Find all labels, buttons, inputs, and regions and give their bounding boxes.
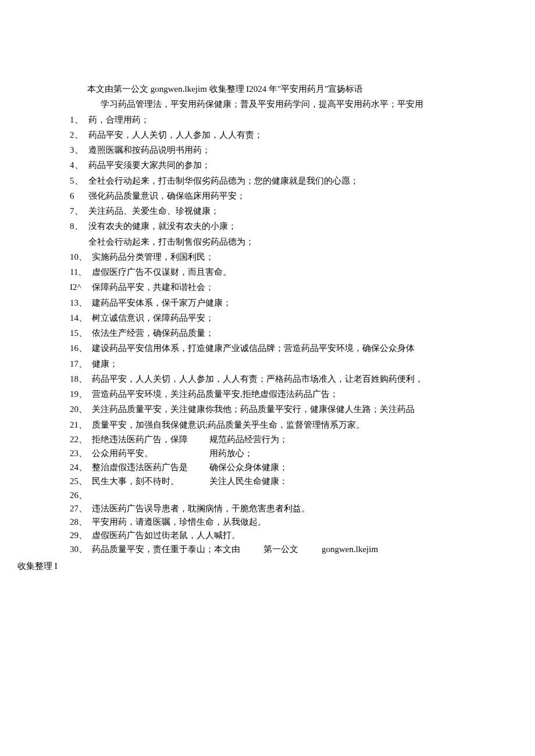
item-number: 10、	[70, 249, 92, 264]
item-number: 11、	[70, 264, 92, 280]
item-text: 平安用药，请遵医嘱，珍惜生命，从我做起。	[92, 515, 465, 529]
item-number: 15、	[70, 325, 92, 341]
item-text: 关注药品质量平安，关注健康你我他；药品质量平安行，健康保健人生路；关注药品	[92, 402, 465, 417]
item-number: 27、	[70, 502, 92, 515]
footer-text: 收集整理 I	[17, 558, 465, 574]
item-number: 20、	[70, 402, 92, 417]
list-item: I2^保障药品平安，共建和谐社会；	[70, 280, 465, 295]
list-item: 25、民生大事，刻不待时。	[70, 474, 209, 488]
list-item: 2、药品平安，人人关切，人人参加，人人有责；	[70, 127, 465, 142]
item-text: 拒绝违法医药广告，保障	[92, 432, 209, 446]
item-number: 30、	[70, 543, 92, 556]
list-item: 30、 药品质量平安，责任重于泰山；本文由第一公文gongwen.lkejim	[70, 543, 465, 556]
list-item: 4、药品平安须要大家共同的参加；	[70, 157, 465, 173]
item-text: 药品平安，人人关切，人人参加，人人有责；	[88, 127, 465, 142]
item-text: 药，合理用药；	[88, 112, 465, 127]
list-item: 19、营造药品平安环境，关注药品质量平安,拒绝虚假违法药品广告；	[70, 386, 465, 402]
list-item: 11、虚假医疗广告不仅谋财，而且害命。	[70, 264, 465, 280]
list-item: 26、	[70, 488, 209, 502]
list-item: 13、建药品平安体系，保千家万户健康；	[70, 295, 465, 310]
numbered-list: 1、药，合理用药； 2、药品平安，人人关切，人人参加，人人有责； 3、遵照医嘱和…	[70, 112, 465, 432]
list-item: 7、关注药品、关爱生命、珍视健康；	[70, 203, 465, 218]
document-page: 本文由第一公文 gongwen.lkejim 收集整理 I2024 年"平安用药…	[0, 0, 535, 608]
item-text: 营造药品平安环境，关注药品质量平安,拒绝虚假违法药品广告；	[92, 386, 465, 402]
list-item: 29、虚假医药广告如过街老鼠，人人喊打。	[70, 529, 465, 542]
list-item: 5、全社会行动起来，打击制华假劣药品德为；您的健康就是我们的心愿；	[70, 173, 465, 188]
right-text: 确保公众身体健康；	[209, 460, 465, 474]
right-text: 规范药品经营行为；	[209, 432, 465, 446]
item-text: 民生大事，刻不待时。	[92, 474, 209, 488]
item-text: 实施药品分类管理，利国利民；	[92, 249, 465, 264]
item-text: 建设药品平安信用体系，打造健康产业诚信品牌；营造药品平安环境，确保公众身体	[92, 341, 465, 356]
last-text-3: gongwen.lkejim	[322, 544, 378, 554]
item-number: 19、	[70, 386, 92, 402]
two-column-block: 22、拒绝违法医药广告，保障 23、公众用药平安。 24、整治虚假违法医药广告是…	[70, 432, 465, 502]
item-number: 13、	[70, 295, 92, 310]
right-text: 用药放心；	[209, 446, 465, 460]
last-text-1: 药品质量平安，责任重于泰山；本文由	[92, 544, 240, 554]
item-text: 健康；	[92, 356, 465, 371]
list-item: 27、违法医药广告误导患者，耽搁病情，干脆危害患者利益。	[70, 502, 465, 515]
list-item: 1、药，合理用药；	[70, 112, 465, 127]
item-number: 17、	[70, 356, 92, 371]
item-number: I2^	[70, 280, 92, 295]
item-text: 公众用药平安。	[92, 446, 209, 460]
list-item: 15、依法生产经营，确保药品质量；	[70, 325, 465, 341]
item-text: 没有农夫的健康，就没有农夫的小康；	[88, 218, 465, 234]
item-number: 4、	[70, 157, 88, 173]
item-text: 强化药品质量意识，确保临床用药平安；	[88, 188, 465, 203]
list-item: 21、质量平安，加强自我保健意识;药品质量关乎生命，监督管理情系万家。	[70, 417, 465, 432]
item-text: 依法生产经营，确保药品质量；	[92, 325, 465, 341]
list-item: 24、整治虚假违法医药广告是	[70, 460, 209, 474]
item-number: 5、	[70, 173, 88, 188]
item-text: 质量平安，加强自我保健意识;药品质量关乎生命，监督管理情系万家。	[92, 417, 465, 432]
item-number: 21、	[70, 417, 92, 432]
item-number: 24、	[70, 460, 92, 474]
item-number: 29、	[70, 529, 92, 542]
item-text: 保障药品平安，共建和谐社会；	[92, 280, 465, 295]
left-column: 22、拒绝违法医药广告，保障 23、公众用药平安。 24、整治虚假违法医药广告是…	[70, 432, 209, 502]
item-text: 遵照医嘱和按药品说明书用药；	[88, 142, 465, 157]
item-number: 26、	[70, 488, 92, 502]
tail-list: 27、违法医药广告误导患者，耽搁病情，干脆危害患者利益。 28、平安用药，请遵医…	[70, 502, 465, 556]
list-item: 8、没有农夫的健康，就没有农夫的小康；	[70, 218, 465, 234]
item-number: 16、	[70, 341, 92, 356]
item-number: 1、	[70, 112, 88, 127]
intro-line-1: 本文由第一公文 gongwen.lkejim 收集整理 I2024 年"平安用药…	[70, 81, 465, 96]
item-text: 药品平安须要大家共同的参加；	[88, 157, 465, 173]
item-text: 建药品平安体系，保千家万户健康；	[92, 295, 465, 310]
item-number: 8、	[70, 218, 88, 234]
item-number: 7、	[70, 203, 88, 218]
intro-line-2: 学习药品管理法，平安用药保健康；普及平安用药学问，提高平安用药水平；平安用	[70, 96, 465, 112]
item-text: 全社会行动起来，打击制华假劣药品德为；您的健康就是我们的心愿；	[88, 173, 465, 188]
item-text: 虚假医疗广告不仅谋财，而且害命。	[92, 264, 465, 280]
item-number: 28、	[70, 515, 92, 529]
right-text: 关注人民生命健康：	[209, 474, 465, 488]
item-text: 违法医药广告误导患者，耽搁病情，干脆危害患者利益。	[92, 502, 465, 515]
item-text: 树立诚信意识，保障药品平安；	[92, 310, 465, 325]
list-item: 17、健康；	[70, 356, 465, 371]
last-text-2: 第一公文	[263, 544, 298, 554]
list-item: 3、遵照医嘱和按药品说明书用药；	[70, 142, 465, 157]
list-item: 全社会行动起来，打击制售假劣药品德为；	[70, 234, 465, 249]
list-item: 28、平安用药，请遵医嘱，珍惜生命，从我做起。	[70, 515, 465, 529]
item-number: 22、	[70, 432, 92, 446]
list-item: 6强化药品质量意识，确保临床用药平安；	[70, 188, 465, 203]
list-item: 22、拒绝违法医药广告，保障	[70, 432, 209, 446]
item-number: 3、	[70, 142, 88, 157]
list-item: 18、药品平安，人人关切，人人参加，人人有责；严格药品市场准入，让老百姓购药便利…	[70, 371, 465, 386]
item-number: 25、	[70, 474, 92, 488]
item-number: 2、	[70, 127, 88, 142]
list-item: 14、树立诚信意识，保障药品平安；	[70, 310, 465, 325]
item-text: 全社会行动起来，打击制售假劣药品德为；	[88, 234, 465, 249]
list-item: 23、公众用药平安。	[70, 446, 209, 460]
item-number: 14、	[70, 310, 92, 325]
item-text: 虚假医药广告如过街老鼠，人人喊打。	[92, 529, 465, 542]
item-number: 6	[70, 188, 88, 203]
list-item: 20、关注药品质量平安，关注健康你我他；药品质量平安行，健康保健人生路；关注药品	[70, 402, 465, 417]
list-item: 10、实施药品分类管理，利国利民；	[70, 249, 465, 264]
item-text: 药品平安，人人关切，人人参加，人人有责；严格药品市场准入，让老百姓购药便利，	[92, 371, 465, 386]
item-number: 23、	[70, 446, 92, 460]
item-text: 整治虚假违法医药广告是	[92, 460, 209, 474]
item-text: 药品质量平安，责任重于泰山；本文由第一公文gongwen.lkejim	[92, 543, 465, 556]
